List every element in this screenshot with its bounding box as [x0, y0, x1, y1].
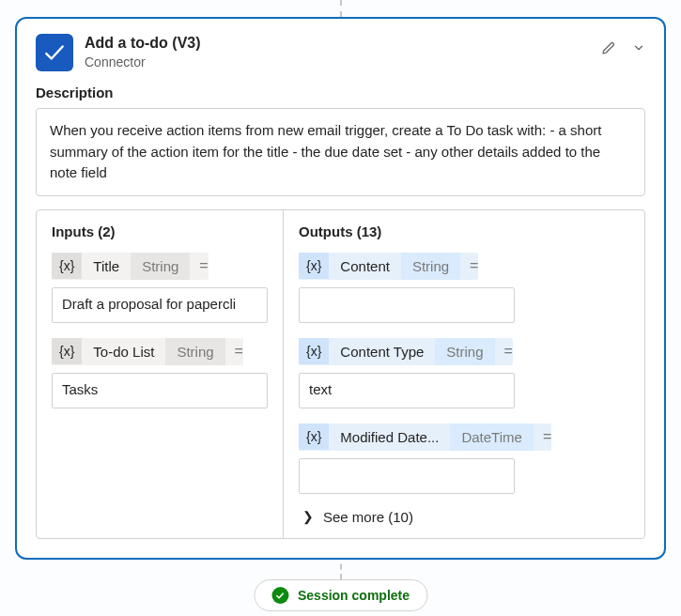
header-actions — [600, 39, 645, 60]
param-name: Content — [329, 253, 401, 280]
param-name: Title — [82, 253, 131, 280]
output-param-row[interactable]: {x} Content String = — [299, 253, 478, 280]
output-value[interactable] — [299, 458, 515, 494]
see-more-label: See more (10) — [323, 509, 413, 525]
inputs-column: Inputs (2) {x} Title String = Draft a pr… — [37, 210, 284, 538]
outputs-heading: Outputs (13) — [299, 223, 629, 239]
edit-button[interactable] — [600, 39, 617, 60]
param-type: String — [165, 338, 224, 365]
card-subtitle: Connector — [85, 54, 589, 70]
input-value[interactable]: Tasks — [52, 373, 268, 408]
collapse-chevron-icon[interactable] — [632, 41, 645, 58]
input-value[interactable]: Draft a proposal for papercli — [52, 287, 268, 323]
card-title-block: Add a to-do (V3) Connector — [85, 34, 589, 70]
param-type: DateTime — [450, 424, 533, 451]
fx-icon: {x} — [52, 338, 82, 364]
fx-icon: {x} — [52, 253, 82, 279]
param-name: To-do List — [82, 338, 165, 365]
equals-sign: = — [504, 343, 513, 360]
card-header: Add a to-do (V3) Connector — [36, 34, 645, 71]
output-value[interactable] — [299, 287, 515, 323]
fx-icon: {x} — [299, 424, 329, 450]
param-name: Modified Date... — [329, 424, 450, 451]
output-value[interactable]: text — [299, 373, 515, 408]
card-title: Add a to-do (V3) — [85, 34, 589, 54]
status-text: Session complete — [298, 588, 410, 603]
param-type: String — [401, 253, 460, 280]
equals-sign: = — [235, 343, 243, 360]
canvas-connector-line-top — [340, 0, 342, 17]
fx-icon: {x} — [299, 253, 329, 279]
param-type: String — [131, 253, 190, 280]
output-param-row[interactable]: {x} Modified Date... DateTime = — [299, 424, 551, 451]
chevron-right-icon: ❯ — [302, 509, 314, 524]
input-param-row[interactable]: {x} To-do List String = — [52, 338, 243, 365]
equals-sign: = — [543, 428, 551, 445]
inputs-heading: Inputs (2) — [52, 223, 268, 239]
param-name: Content Type — [329, 338, 435, 365]
description-label: Description — [36, 85, 645, 100]
check-circle-icon — [271, 587, 288, 604]
equals-sign: = — [199, 257, 208, 274]
param-type: String — [435, 338, 494, 365]
fx-icon: {x} — [299, 338, 329, 364]
io-grid: Inputs (2) {x} Title String = Draft a pr… — [36, 209, 645, 539]
equals-sign: = — [470, 257, 478, 274]
output-param-row[interactable]: {x} Content Type String = — [299, 338, 513, 365]
action-card: Add a to-do (V3) Connector Description W… — [15, 17, 666, 560]
outputs-column: Outputs (13) {x} Content String = {x} Co… — [284, 210, 644, 538]
session-status-pill: Session complete — [254, 579, 427, 611]
description-text: When you receive action items from new e… — [36, 108, 645, 196]
input-param-row[interactable]: {x} Title String = — [52, 253, 209, 280]
todo-connector-icon — [36, 34, 73, 71]
see-more-button[interactable]: ❯ See more (10) — [299, 509, 629, 525]
